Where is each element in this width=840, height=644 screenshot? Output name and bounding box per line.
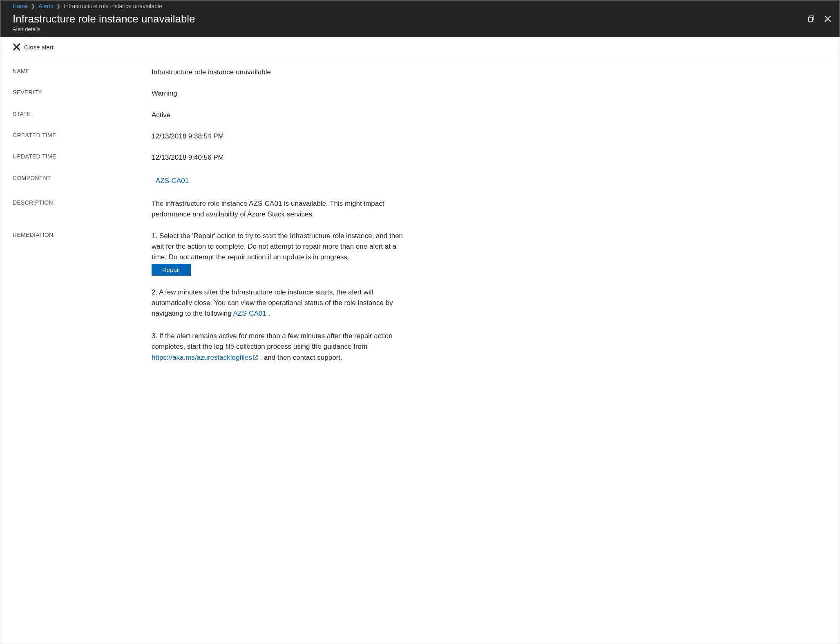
label-state: STATE	[13, 110, 152, 117]
breadcrumb-alerts[interactable]: Alerts	[38, 3, 53, 9]
label-created-time: CREATED TIME	[13, 131, 152, 138]
remediation-step3-pre: 3. If the alert remains active for more …	[152, 332, 393, 350]
page-title: Infrastructure role instance unavailable	[13, 13, 195, 25]
label-name: NAME	[13, 67, 152, 74]
chevron-right-icon: ❯	[31, 3, 35, 9]
chevron-right-icon: ❯	[56, 3, 60, 9]
value-description: The infrastructure role instance AZS-CA0…	[152, 198, 413, 220]
close-alert-icon	[13, 43, 21, 51]
restore-window-icon[interactable]	[808, 15, 815, 22]
close-alert-button[interactable]: Close alert	[13, 43, 54, 51]
remediation-step2-pre: 2. A few minutes after the Infrastructur…	[152, 288, 393, 318]
svg-rect-1	[809, 17, 813, 21]
breadcrumb-home[interactable]: Home	[13, 3, 28, 9]
component-link[interactable]: AZS-CA01	[152, 174, 193, 188]
page-subtitle: Alert details	[13, 26, 195, 32]
value-name: Infrastructure role instance unavailable	[152, 67, 413, 78]
label-remediation: REMEDIATION	[13, 231, 152, 238]
value-remediation: 1. Select the 'Repair' action to try to …	[152, 231, 413, 375]
value-updated-time: 12/13/2018 9:40:56 PM	[152, 152, 413, 163]
external-link-icon	[253, 353, 258, 363]
breadcrumb: Home ❯ Alerts ❯ Infrastructure role inst…	[0, 0, 840, 11]
value-severity: Warning	[152, 88, 413, 99]
close-icon[interactable]	[824, 15, 831, 22]
label-updated-time: UPDATED TIME	[13, 152, 152, 160]
breadcrumb-current: Infrastructure role instance unavailable	[64, 3, 162, 9]
value-state: Active	[152, 110, 413, 120]
title-bar: Infrastructure role instance unavailable…	[0, 11, 840, 37]
repair-button[interactable]: Repair	[152, 264, 191, 276]
label-component: COMPONENT	[13, 174, 152, 181]
remediation-step2-post: .	[266, 310, 270, 317]
top-bar: Home ❯ Alerts ❯ Infrastructure role inst…	[0, 0, 840, 37]
remediation-step1-text: 1. Select the 'Repair' action to try to …	[152, 232, 403, 261]
logfiles-link[interactable]: https://aka.ms/azurestacklogfiles	[152, 354, 252, 361]
toolbar: Close alert	[0, 37, 840, 57]
remediation-step3-post: , and then contact support.	[258, 354, 342, 361]
svg-line-6	[255, 355, 257, 358]
content-area: NAME Infrastructure role instance unavai…	[0, 57, 840, 402]
value-created-time: 12/13/2018 9:38:54 PM	[152, 131, 413, 142]
close-alert-label: Close alert	[24, 44, 54, 51]
label-description: DESCRIPTION	[13, 198, 152, 206]
role-instance-link[interactable]: AZS-CA01	[233, 310, 266, 317]
label-severity: SEVERITY	[13, 88, 152, 96]
